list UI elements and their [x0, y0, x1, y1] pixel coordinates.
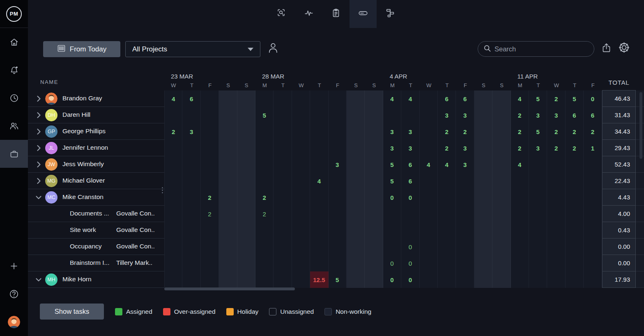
allocation-cell[interactable] — [201, 156, 219, 173]
allocation-cell[interactable]: 2 — [511, 123, 529, 140]
allocation-cell[interactable] — [456, 173, 474, 189]
allocation-cell[interactable] — [511, 206, 529, 222]
allocation-cell[interactable]: 4 — [164, 90, 182, 107]
project-filter-select[interactable]: All Projects — [125, 41, 260, 57]
allocation-cell[interactable]: 0 — [584, 90, 602, 107]
allocation-cell[interactable] — [547, 189, 565, 206]
allocation-cell[interactable] — [566, 156, 584, 173]
allocation-cell[interactable] — [292, 206, 310, 222]
brand-logo[interactable]: PM — [0, 0, 28, 28]
allocation-cell[interactable] — [237, 123, 255, 140]
allocation-cell[interactable] — [310, 107, 328, 123]
allocation-cell[interactable] — [274, 156, 292, 173]
allocation-cell[interactable] — [255, 140, 274, 156]
allocation-cell[interactable] — [547, 206, 565, 222]
allocation-cell[interactable] — [310, 123, 328, 140]
allocation-cell[interactable]: 6 — [456, 90, 474, 107]
allocation-cell[interactable] — [566, 271, 584, 288]
allocation-cell[interactable] — [201, 239, 219, 255]
allocation-cell[interactable] — [201, 123, 219, 140]
allocation-cell[interactable] — [310, 90, 328, 107]
allocation-cell[interactable] — [329, 206, 347, 222]
allocation-cell[interactable]: 2 — [201, 189, 219, 206]
allocation-cell[interactable] — [201, 140, 219, 156]
allocation-cell[interactable]: 3 — [529, 107, 547, 123]
allocation-cell[interactable] — [474, 140, 492, 156]
expand-row-chevron[interactable] — [34, 94, 44, 104]
allocation-cell[interactable] — [347, 107, 365, 123]
allocation-cell[interactable] — [329, 107, 347, 123]
allocation-cell[interactable] — [237, 271, 255, 288]
allocation-cell[interactable] — [347, 123, 365, 140]
allocation-cell[interactable] — [219, 239, 237, 255]
allocation-cell[interactable] — [347, 189, 365, 206]
allocation-cell[interactable] — [310, 255, 328, 271]
allocation-cell[interactable] — [401, 206, 419, 222]
allocation-cell[interactable] — [511, 255, 529, 271]
allocation-cell[interactable] — [420, 239, 438, 255]
allocation-cell[interactable]: 2 — [566, 123, 584, 140]
allocation-cell[interactable] — [274, 189, 292, 206]
allocation-cell[interactable] — [274, 271, 292, 288]
allocation-cell[interactable] — [255, 90, 274, 107]
allocation-cell[interactable] — [292, 255, 310, 271]
allocation-cell[interactable]: 6 — [566, 107, 584, 123]
allocation-cell[interactable] — [456, 271, 474, 288]
allocation-cell[interactable] — [219, 222, 237, 239]
tab-activity[interactable] — [295, 0, 322, 28]
allocation-cell[interactable]: 12.5 — [310, 271, 328, 288]
allocation-cell[interactable]: 6 — [584, 107, 602, 123]
allocation-cell[interactable] — [566, 206, 584, 222]
allocation-cell[interactable]: 1 — [584, 140, 602, 156]
allocation-cell[interactable] — [420, 123, 438, 140]
allocation-cell[interactable] — [255, 239, 274, 255]
allocation-cell[interactable] — [292, 123, 310, 140]
allocation-cell[interactable] — [182, 140, 200, 156]
allocation-cell[interactable] — [164, 222, 182, 239]
allocation-cell[interactable] — [420, 90, 438, 107]
allocation-cell[interactable]: 5 — [329, 271, 347, 288]
allocation-cell[interactable]: 2 — [201, 206, 219, 222]
tab-report[interactable] — [322, 0, 350, 28]
allocation-cell[interactable] — [438, 189, 456, 206]
allocation-cell[interactable] — [201, 222, 219, 239]
allocation-cell[interactable] — [274, 90, 292, 107]
allocation-cell[interactable] — [474, 222, 492, 239]
allocation-cell[interactable] — [274, 255, 292, 271]
allocation-cell[interactable]: 2 — [164, 123, 182, 140]
allocation-cell[interactable] — [474, 107, 492, 123]
allocation-cell[interactable] — [347, 255, 365, 271]
allocation-cell[interactable]: 4 — [383, 90, 401, 107]
allocation-cell[interactable]: 5 — [383, 156, 401, 173]
allocation-cell[interactable]: 4 — [511, 90, 529, 107]
tab-zoom-select[interactable] — [268, 0, 295, 28]
allocation-cell[interactable] — [474, 173, 492, 189]
allocation-cell[interactable]: 4 — [401, 90, 419, 107]
tab-timeline[interactable] — [377, 0, 404, 28]
collapse-row-chevron[interactable] — [34, 275, 44, 285]
allocation-cell[interactable] — [365, 107, 383, 123]
allocation-cell[interactable]: 3 — [182, 123, 200, 140]
allocation-cell[interactable] — [584, 189, 602, 206]
allocation-cell[interactable] — [219, 90, 237, 107]
allocation-cell[interactable] — [492, 222, 511, 239]
allocation-cell[interactable] — [237, 206, 255, 222]
allocation-cell[interactable] — [566, 189, 584, 206]
allocation-cell[interactable] — [365, 173, 383, 189]
allocation-cell[interactable] — [164, 189, 182, 206]
allocation-cell[interactable] — [310, 140, 328, 156]
allocation-cell[interactable] — [182, 107, 200, 123]
allocation-cell[interactable] — [456, 189, 474, 206]
allocation-cell[interactable] — [347, 239, 365, 255]
allocation-cell[interactable] — [310, 189, 328, 206]
allocation-cell[interactable] — [219, 140, 237, 156]
allocation-cell[interactable] — [182, 156, 200, 173]
allocation-cell[interactable] — [365, 239, 383, 255]
allocation-cell[interactable] — [456, 222, 474, 239]
allocation-cell[interactable]: 2 — [547, 123, 565, 140]
allocation-cell[interactable] — [201, 271, 219, 288]
allocation-cell[interactable] — [347, 206, 365, 222]
allocation-cell[interactable] — [182, 222, 200, 239]
allocation-cell[interactable] — [566, 255, 584, 271]
rail-item-avatar-photo[interactable] — [0, 308, 28, 336]
